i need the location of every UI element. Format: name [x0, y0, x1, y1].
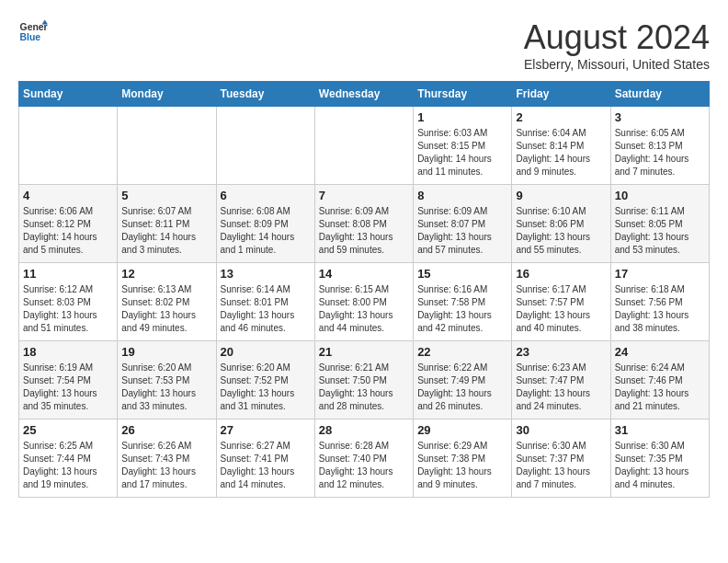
calendar-cell: 9Sunrise: 6:10 AMSunset: 8:06 PMDaylight…	[512, 185, 610, 263]
day-number: 27	[221, 423, 311, 437]
day-number: 5	[121, 189, 211, 202]
day-info: Sunrise: 6:29 AMSunset: 7:38 PMDaylight:…	[417, 440, 507, 491]
calendar-cell: 16Sunrise: 6:17 AMSunset: 7:57 PMDayligh…	[512, 263, 610, 341]
day-number: 15	[417, 267, 507, 281]
day-number: 4	[23, 189, 113, 202]
calendar-cell: 18Sunrise: 6:19 AMSunset: 7:54 PMDayligh…	[19, 341, 118, 419]
calendar-cell: 7Sunrise: 6:09 AMSunset: 8:08 PMDaylight…	[314, 185, 413, 263]
calendar-cell: 25Sunrise: 6:25 AMSunset: 7:44 PMDayligh…	[19, 419, 118, 498]
day-info: Sunrise: 6:22 AMSunset: 7:49 PMDaylight:…	[417, 362, 507, 413]
calendar-cell: 19Sunrise: 6:20 AMSunset: 7:53 PMDayligh…	[118, 341, 216, 419]
day-info: Sunrise: 6:21 AMSunset: 7:50 PMDaylight:…	[319, 362, 409, 413]
day-of-week-header: Saturday	[610, 82, 709, 107]
day-number: 31	[615, 423, 705, 437]
calendar-table: SundayMondayTuesdayWednesdayThursdayFrid…	[18, 81, 710, 498]
day-number: 30	[516, 423, 606, 437]
day-info: Sunrise: 6:26 AMSunset: 7:43 PMDaylight:…	[121, 440, 211, 491]
week-row: 1Sunrise: 6:03 AMSunset: 8:15 PMDaylight…	[19, 107, 710, 185]
week-row: 11Sunrise: 6:12 AMSunset: 8:03 PMDayligh…	[19, 263, 710, 341]
day-info: Sunrise: 6:15 AMSunset: 8:00 PMDaylight:…	[319, 283, 409, 335]
logo: General Blue	[18, 18, 48, 44]
header-row: SundayMondayTuesdayWednesdayThursdayFrid…	[19, 82, 710, 107]
day-info: Sunrise: 6:24 AMSunset: 7:46 PMDaylight:…	[615, 362, 705, 413]
day-number: 19	[121, 345, 211, 359]
calendar-cell: 27Sunrise: 6:27 AMSunset: 7:41 PMDayligh…	[216, 419, 314, 498]
calendar-cell: 14Sunrise: 6:15 AMSunset: 8:00 PMDayligh…	[314, 263, 413, 341]
calendar-cell: 21Sunrise: 6:21 AMSunset: 7:50 PMDayligh…	[314, 341, 413, 419]
day-info: Sunrise: 6:06 AMSunset: 8:12 PMDaylight:…	[23, 205, 113, 257]
day-number: 6	[221, 189, 311, 202]
day-info: Sunrise: 6:23 AMSunset: 7:47 PMDaylight:…	[516, 362, 606, 413]
day-info: Sunrise: 6:09 AMSunset: 8:08 PMDaylight:…	[319, 205, 409, 257]
week-row: 18Sunrise: 6:19 AMSunset: 7:54 PMDayligh…	[19, 341, 710, 419]
logo-icon: General Blue	[18, 18, 48, 44]
calendar-cell	[19, 107, 118, 185]
calendar-cell	[216, 107, 314, 185]
day-info: Sunrise: 6:18 AMSunset: 7:56 PMDaylight:…	[615, 283, 705, 335]
day-info: Sunrise: 6:20 AMSunset: 7:53 PMDaylight:…	[121, 362, 211, 413]
day-number: 11	[23, 267, 113, 281]
calendar-cell: 29Sunrise: 6:29 AMSunset: 7:38 PMDayligh…	[414, 419, 512, 498]
title-section: August 2024 Elsberry, Missouri, United S…	[524, 18, 710, 72]
month-title: August 2024	[524, 18, 710, 57]
day-info: Sunrise: 6:08 AMSunset: 8:09 PMDaylight:…	[221, 205, 311, 257]
day-number: 18	[23, 345, 113, 359]
day-of-week-header: Monday	[118, 82, 216, 107]
svg-text:Blue: Blue	[20, 32, 41, 42]
week-row: 25Sunrise: 6:25 AMSunset: 7:44 PMDayligh…	[19, 419, 710, 498]
day-info: Sunrise: 6:30 AMSunset: 7:35 PMDaylight:…	[615, 440, 705, 491]
calendar-cell: 24Sunrise: 6:24 AMSunset: 7:46 PMDayligh…	[610, 341, 709, 419]
calendar-cell: 31Sunrise: 6:30 AMSunset: 7:35 PMDayligh…	[610, 419, 709, 498]
day-info: Sunrise: 6:25 AMSunset: 7:44 PMDaylight:…	[23, 440, 113, 491]
day-number: 10	[615, 189, 705, 202]
calendar-cell	[314, 107, 413, 185]
day-number: 3	[615, 110, 705, 124]
calendar-cell: 5Sunrise: 6:07 AMSunset: 8:11 PMDaylight…	[118, 185, 216, 263]
day-number: 24	[615, 345, 705, 359]
week-row: 4Sunrise: 6:06 AMSunset: 8:12 PMDaylight…	[19, 185, 710, 263]
day-number: 14	[319, 267, 409, 281]
day-of-week-header: Wednesday	[314, 82, 413, 107]
calendar-cell: 22Sunrise: 6:22 AMSunset: 7:49 PMDayligh…	[414, 341, 512, 419]
day-info: Sunrise: 6:19 AMSunset: 7:54 PMDaylight:…	[23, 362, 113, 413]
day-number: 17	[615, 267, 705, 281]
day-of-week-header: Friday	[512, 82, 610, 107]
day-number: 21	[319, 345, 409, 359]
calendar-cell: 20Sunrise: 6:20 AMSunset: 7:52 PMDayligh…	[216, 341, 314, 419]
calendar-cell: 26Sunrise: 6:26 AMSunset: 7:43 PMDayligh…	[118, 419, 216, 498]
day-info: Sunrise: 6:07 AMSunset: 8:11 PMDaylight:…	[121, 205, 211, 257]
day-info: Sunrise: 6:20 AMSunset: 7:52 PMDaylight:…	[221, 362, 311, 413]
day-info: Sunrise: 6:11 AMSunset: 8:05 PMDaylight:…	[615, 205, 705, 257]
day-number: 1	[417, 110, 507, 124]
day-number: 25	[23, 423, 113, 437]
day-info: Sunrise: 6:10 AMSunset: 8:06 PMDaylight:…	[516, 205, 606, 257]
calendar-cell: 12Sunrise: 6:13 AMSunset: 8:02 PMDayligh…	[118, 263, 216, 341]
day-number: 16	[516, 267, 606, 281]
day-info: Sunrise: 6:03 AMSunset: 8:15 PMDaylight:…	[417, 127, 507, 178]
calendar-cell: 30Sunrise: 6:30 AMSunset: 7:37 PMDayligh…	[512, 419, 610, 498]
day-number: 12	[121, 267, 211, 281]
day-info: Sunrise: 6:14 AMSunset: 8:01 PMDaylight:…	[221, 283, 311, 335]
calendar-cell: 11Sunrise: 6:12 AMSunset: 8:03 PMDayligh…	[19, 263, 118, 341]
calendar-cell: 28Sunrise: 6:28 AMSunset: 7:40 PMDayligh…	[314, 419, 413, 498]
location-text: Elsberry, Missouri, United States	[524, 57, 710, 72]
day-number: 8	[417, 189, 507, 202]
calendar-cell: 2Sunrise: 6:04 AMSunset: 8:14 PMDaylight…	[512, 107, 610, 185]
calendar-cell: 15Sunrise: 6:16 AMSunset: 7:58 PMDayligh…	[414, 263, 512, 341]
day-of-week-header: Sunday	[19, 82, 118, 107]
calendar-cell: 6Sunrise: 6:08 AMSunset: 8:09 PMDaylight…	[216, 185, 314, 263]
day-info: Sunrise: 6:05 AMSunset: 8:13 PMDaylight:…	[615, 127, 705, 178]
day-info: Sunrise: 6:16 AMSunset: 7:58 PMDaylight:…	[417, 283, 507, 335]
day-info: Sunrise: 6:13 AMSunset: 8:02 PMDaylight:…	[121, 283, 211, 335]
day-info: Sunrise: 6:04 AMSunset: 8:14 PMDaylight:…	[516, 127, 606, 178]
day-number: 28	[319, 423, 409, 437]
calendar-cell: 1Sunrise: 6:03 AMSunset: 8:15 PMDaylight…	[414, 107, 512, 185]
day-info: Sunrise: 6:12 AMSunset: 8:03 PMDaylight:…	[23, 283, 113, 335]
calendar-cell: 8Sunrise: 6:09 AMSunset: 8:07 PMDaylight…	[414, 185, 512, 263]
day-number: 26	[121, 423, 211, 437]
page-header: General Blue August 2024 Elsberry, Misso…	[18, 18, 710, 72]
day-number: 9	[516, 189, 606, 202]
calendar-cell: 17Sunrise: 6:18 AMSunset: 7:56 PMDayligh…	[610, 263, 709, 341]
day-number: 23	[516, 345, 606, 359]
day-of-week-header: Thursday	[414, 82, 512, 107]
